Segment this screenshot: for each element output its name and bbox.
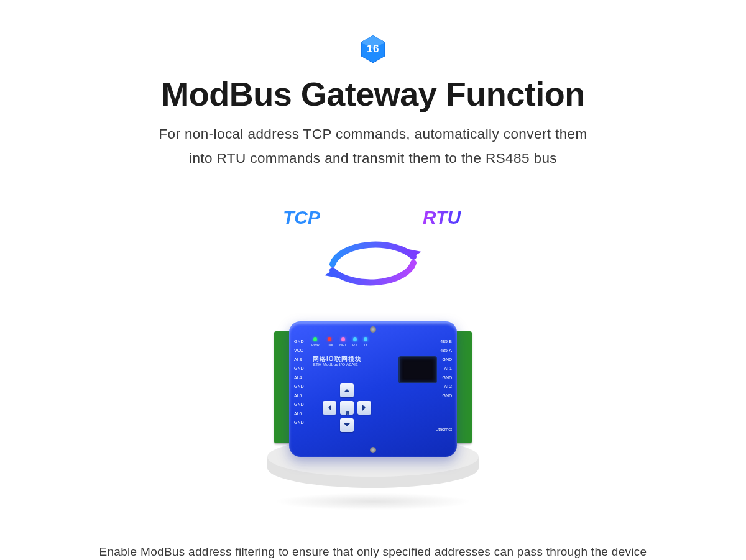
device-screen bbox=[398, 356, 437, 383]
dpad-right-button[interactable] bbox=[357, 401, 371, 415]
page-title: ModBus Gateway Function bbox=[0, 75, 746, 113]
terminal-block-right bbox=[454, 331, 472, 443]
tcp-label: TCP bbox=[283, 207, 320, 228]
ethernet-label: Ethernet bbox=[436, 425, 452, 434]
led-net: NET bbox=[339, 337, 346, 347]
footer-description: Enable ModBus address filtering to ensur… bbox=[0, 545, 746, 559]
dpad-center-button[interactable]: 设置 bbox=[340, 401, 354, 415]
device-body: GNDVCCAI 3GNDAI 4GNDAI 5GNDAI 6GND 485-B… bbox=[289, 321, 457, 457]
led-pwr: PWR bbox=[311, 337, 320, 347]
badge-number: 16 bbox=[367, 43, 379, 55]
rtu-label: RTU bbox=[423, 207, 461, 228]
dpad-left-button[interactable] bbox=[323, 401, 336, 415]
led-rx: RX bbox=[352, 337, 357, 347]
cycle-arrows-icon bbox=[311, 227, 435, 295]
conversion-diagram: TCP RTU bbox=[0, 207, 746, 294]
section-number-badge: 16 bbox=[361, 35, 385, 63]
status-leds: PWRLINKNETRXTX bbox=[311, 337, 368, 347]
screw-icon bbox=[370, 326, 376, 333]
led-tx: TX bbox=[364, 337, 368, 347]
subtitle-line-1: For non-local address TCP commands, auto… bbox=[159, 126, 587, 142]
right-port-labels: 485-B485-AGNDAI 1GNDAI 2GND Ethernet bbox=[436, 337, 452, 434]
device-brand-label: 网络IO联网模块 ETH Modbus I/O A6AI2 bbox=[313, 356, 362, 367]
led-link: LINK bbox=[326, 337, 333, 347]
modbus-device: GNDVCCAI 3GNDAI 4GNDAI 5GNDAI 6GND 485-B… bbox=[277, 321, 469, 457]
dpad-controls: 设置 bbox=[323, 383, 371, 432]
screw-icon bbox=[370, 447, 376, 453]
subtitle-line-2: into RTU commands and transmit them to t… bbox=[189, 150, 557, 166]
dpad-down-button[interactable] bbox=[340, 418, 354, 432]
left-port-labels: GNDVCCAI 3GNDAI 4GNDAI 5GNDAI 6GND bbox=[294, 337, 304, 428]
dpad-up-button[interactable] bbox=[340, 383, 354, 397]
page-subtitle: For non-local address TCP commands, auto… bbox=[0, 122, 746, 171]
